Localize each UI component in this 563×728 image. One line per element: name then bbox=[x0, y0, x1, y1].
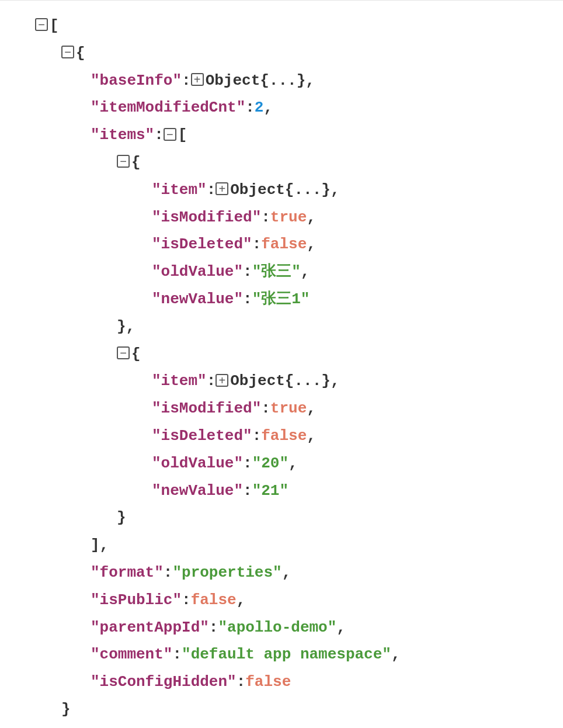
property-comment: "comment":"default app namespace", bbox=[35, 641, 563, 668]
property-ismodified: "isModified":true, bbox=[35, 204, 563, 231]
json-key: "oldValue" bbox=[152, 258, 243, 286]
json-key: "isDeleted" bbox=[152, 422, 252, 450]
expand-icon[interactable]: + bbox=[216, 374, 228, 387]
json-bool: false bbox=[245, 668, 291, 696]
bracket-close: ] bbox=[91, 532, 100, 559]
brace-open: { bbox=[131, 149, 141, 176]
property-items: "items": − [ bbox=[35, 122, 563, 149]
json-key: "itemModifiedCnt" bbox=[91, 94, 245, 122]
property-oldvalue: "oldValue":"张三", bbox=[35, 258, 563, 286]
json-string: "default app namespace" bbox=[182, 641, 391, 668]
property-newvalue: "newValue":"21" bbox=[35, 477, 563, 505]
collapse-icon[interactable]: − bbox=[117, 155, 130, 168]
property-format: "format":"properties", bbox=[35, 559, 563, 587]
json-key: "items" bbox=[91, 122, 154, 149]
json-key: "newValue" bbox=[152, 286, 243, 313]
json-number: 2 bbox=[255, 94, 264, 122]
property-itemmodifiedcnt: "itemModifiedCnt":2, bbox=[35, 94, 563, 122]
property-baseinfo: "baseInfo": + Object{...}, bbox=[35, 67, 563, 95]
array-close-line: ], bbox=[35, 532, 563, 559]
json-key: "comment" bbox=[91, 641, 172, 668]
json-key: "format" bbox=[91, 559, 164, 587]
json-key: "parentAppId" bbox=[91, 614, 209, 642]
array-open-line: − [ bbox=[35, 12, 563, 40]
json-string: "张三1" bbox=[252, 286, 310, 313]
property-isconfighidden: "isConfigHidden":false bbox=[35, 668, 563, 696]
collapse-icon[interactable]: − bbox=[61, 46, 74, 58]
bracket-close: ] bbox=[35, 723, 44, 728]
brace-close: } bbox=[61, 696, 71, 723]
property-item: "item": + Object{...}, bbox=[35, 176, 563, 204]
bracket-open: [ bbox=[50, 12, 59, 40]
json-key: "isModified" bbox=[152, 204, 261, 231]
brace-open: { bbox=[131, 341, 141, 368]
collapse-icon[interactable]: − bbox=[35, 18, 48, 31]
property-parentappid: "parentAppId":"apollo-demo", bbox=[35, 614, 563, 642]
object-open-line: − { bbox=[35, 341, 563, 368]
array-close-line: ] bbox=[35, 723, 563, 728]
collapse-icon[interactable]: − bbox=[164, 128, 176, 141]
collapsed-object[interactable]: Object{...} bbox=[206, 67, 306, 95]
json-key: "item" bbox=[152, 176, 207, 204]
json-bool: false bbox=[261, 231, 307, 258]
json-string: "21" bbox=[252, 477, 289, 505]
collapsed-object[interactable]: Object{...} bbox=[230, 368, 331, 395]
brace-close: } bbox=[117, 504, 126, 532]
expand-icon[interactable]: + bbox=[216, 182, 228, 195]
property-isdeleted: "isDeleted":false, bbox=[35, 231, 563, 258]
json-key: "newValue" bbox=[152, 477, 243, 505]
object-open-line: − { bbox=[35, 149, 563, 176]
brace-close: } bbox=[117, 313, 126, 341]
json-key: "oldValue" bbox=[152, 450, 243, 477]
property-ispublic: "isPublic":false, bbox=[35, 587, 563, 614]
json-key: "isPublic" bbox=[91, 587, 182, 614]
bracket-open: [ bbox=[178, 122, 187, 149]
json-key: "isConfigHidden" bbox=[91, 668, 237, 696]
json-bool: false bbox=[261, 422, 307, 450]
json-string: "properties" bbox=[172, 559, 282, 587]
json-key: "isDeleted" bbox=[152, 231, 252, 258]
json-key: "baseInfo" bbox=[91, 67, 182, 95]
json-viewer: − [ − { "baseInfo": + Object{...}, "item… bbox=[35, 12, 563, 728]
property-isdeleted: "isDeleted":false, bbox=[35, 422, 563, 450]
json-bool: true bbox=[270, 395, 307, 422]
object-close-line: } bbox=[35, 696, 563, 723]
object-open-line: − { bbox=[35, 40, 563, 67]
json-key: "isModified" bbox=[152, 395, 261, 422]
object-close-line: }, bbox=[35, 313, 563, 341]
property-ismodified: "isModified":true, bbox=[35, 395, 563, 422]
property-oldvalue: "oldValue":"20", bbox=[35, 450, 563, 477]
json-string: "张三" bbox=[252, 258, 301, 286]
expand-icon[interactable]: + bbox=[191, 73, 204, 86]
json-string: "20" bbox=[252, 450, 289, 477]
collapse-icon[interactable]: − bbox=[117, 346, 130, 359]
brace-open: { bbox=[76, 40, 85, 67]
collapsed-object[interactable]: Object{...} bbox=[230, 176, 331, 204]
json-string: "apollo-demo" bbox=[218, 614, 336, 642]
property-item: "item": + Object{...}, bbox=[35, 368, 563, 395]
json-bool: true bbox=[270, 204, 307, 231]
property-newvalue: "newValue":"张三1" bbox=[35, 286, 563, 313]
json-key: "item" bbox=[152, 368, 207, 395]
json-bool: false bbox=[191, 587, 237, 614]
object-close-line: } bbox=[35, 504, 563, 532]
